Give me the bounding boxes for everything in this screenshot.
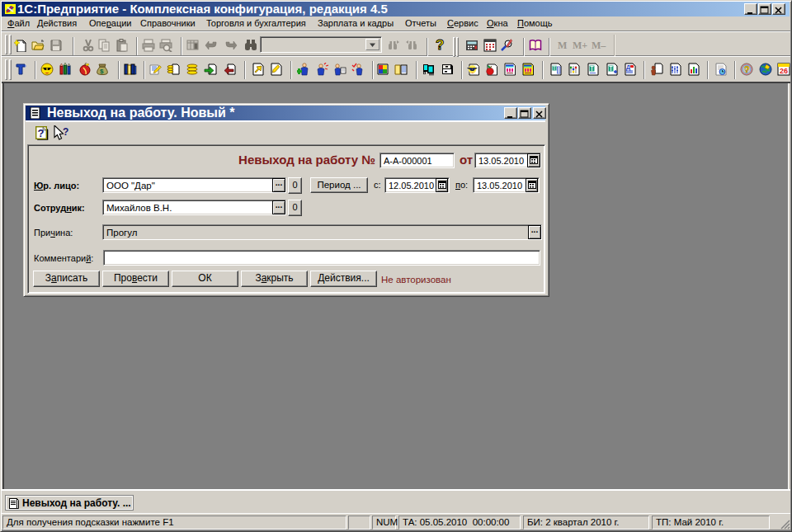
svg-text:?: ? [744, 64, 750, 74]
svg-text:$: $ [100, 68, 104, 75]
svg-text:Д: Д [626, 64, 630, 71]
svg-text:?: ? [63, 126, 68, 138]
svg-text:26: 26 [780, 67, 788, 75]
svg-text:?: ? [38, 127, 45, 139]
svg-text:?: ? [436, 38, 444, 51]
